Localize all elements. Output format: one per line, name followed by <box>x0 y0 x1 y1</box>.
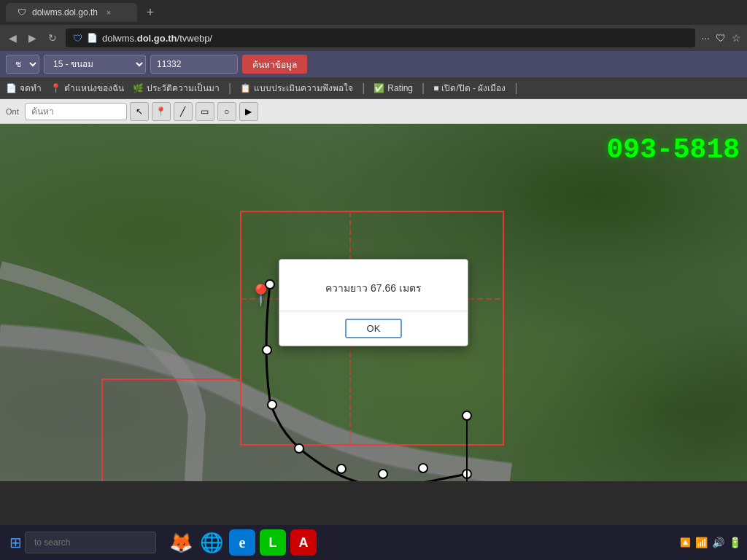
bookmark-label-5: Rating <box>387 83 413 93</box>
pin-tool[interactable]: 📍 <box>152 102 171 121</box>
pin-icon: 📍 <box>155 106 166 117</box>
volume-icon: 🔊 <box>712 537 724 548</box>
address-bar[interactable]: 🛡 📄 dolwms.dol.go.th/tvwebp/ <box>66 28 695 47</box>
start-button[interactable]: ⊞ <box>6 529 25 556</box>
parcel-input[interactable] <box>150 55 238 74</box>
province-select[interactable]: ช <box>6 55 39 74</box>
chrome-logo: 🌐 <box>200 532 223 554</box>
browser-chrome: 🛡 dolwms.dol.go.th × + ◀ ▶ ↻ 🛡 📄 dolwms.… <box>0 0 747 124</box>
circle-icon: ○ <box>224 106 229 117</box>
refresh-button[interactable]: ↻ <box>45 31 60 45</box>
wifi-icon: 📶 <box>695 537 708 548</box>
shield-icon: 🛡 <box>73 33 82 44</box>
bookmark-item-4[interactable]: 📋 แบบประเมินความพึงพอใจ <box>240 81 353 95</box>
bookmark-icon-3: 🌿 <box>133 83 144 93</box>
tab-favicon: 🛡 <box>18 7 26 18</box>
dialog-footer: OK <box>279 311 468 346</box>
rectangle-icon: ▭ <box>201 106 209 117</box>
back-button[interactable]: ◀ <box>6 31 20 45</box>
new-tab-button[interactable]: + <box>140 2 160 23</box>
more-icon: ▶ <box>245 106 252 117</box>
bookmark-label-1: จดทำ <box>20 81 42 95</box>
taskbar-pinned-icons: 🦊 🌐 e L A <box>168 529 317 556</box>
active-tab[interactable]: 🛡 dolwms.dol.go.th × <box>6 3 137 22</box>
address-text: dolwms.dol.go.th/tvwebp/ <box>102 33 212 44</box>
taskbar-right: 🔼 📶 🔊 🔋 <box>680 537 741 548</box>
dialog-content: ความยาว 67.66 เมตร <box>279 260 468 311</box>
line-logo: L <box>269 535 277 551</box>
forward-button[interactable]: ▶ <box>26 31 39 45</box>
star-icon[interactable]: ☆ <box>732 32 741 44</box>
favorites-icon[interactable]: 🛡 <box>716 32 726 44</box>
bookmark-icon-4: 📋 <box>240 83 251 93</box>
edge-logo: e <box>239 534 246 551</box>
taskbar-firefox-icon[interactable]: 🦊 <box>168 529 194 556</box>
taskbar-line-icon[interactable]: L <box>260 529 286 556</box>
line-icon: ╱ <box>180 106 185 117</box>
bookmark-label-3: ประวัติความเป็นมา <box>147 81 220 95</box>
map-search-input[interactable] <box>25 103 127 120</box>
favicon-icon: 📄 <box>87 33 98 43</box>
more-tool[interactable]: ▶ <box>239 102 258 121</box>
bookmark-label-2: ตำแหน่งของฉัน <box>64 81 124 95</box>
tab-close-button[interactable]: × <box>104 7 114 18</box>
tab-title: dolwms.dol.go.th <box>32 7 98 18</box>
circle-tool[interactable]: ○ <box>217 102 236 121</box>
bookmark-item-6[interactable]: ■ เปิด/ปิด - ผังเมือง <box>433 81 506 95</box>
map-area[interactable]: 093-5818 📍 ความยาว 67.66 เมตร OK <box>0 124 747 481</box>
district-select[interactable]: 15 - ขนอม <box>44 55 146 74</box>
taskbar-chrome-icon[interactable]: 🌐 <box>198 529 225 556</box>
chevron-up-icon[interactable]: 🔼 <box>680 537 691 548</box>
bookmarks-bar: 📄 จดทำ 📍 ตำแหน่งของฉัน 🌿 ประวัติความเป็น… <box>0 77 747 99</box>
more-options-icon[interactable]: ··· <box>701 32 710 44</box>
bookmark-item-5[interactable]: ✅ Rating <box>374 83 413 93</box>
bookmark-icon-6: ■ <box>433 83 438 93</box>
battery-icon: 🔋 <box>729 537 741 548</box>
bookmark-label-4: แบบประเมินความพึงพอใจ <box>254 81 353 95</box>
bookmark-item-3[interactable]: 🌿 ประวัติความเป็นมา <box>133 81 220 95</box>
bookmark-icon-5: ✅ <box>374 83 384 93</box>
bookmark-icon-1: 📄 <box>6 83 17 93</box>
adobe-logo: A <box>299 535 309 551</box>
app-toolbar: ช 15 - ขนอม ค้นหาข้อมูล <box>0 51 747 77</box>
bookmark-icon-2: 📍 <box>50 83 61 93</box>
search-button[interactable]: ค้นหาข้อมูล <box>242 55 307 74</box>
browser-menu-icons: ··· 🛡 ☆ <box>701 32 741 44</box>
system-tray: 🔼 📶 🔊 🔋 <box>680 537 741 548</box>
map-label-ont: Ont <box>6 107 19 116</box>
pointer-icon: ↖ <box>136 106 143 117</box>
pointer-tool[interactable]: ↖ <box>130 102 149 121</box>
bookmark-label-6: เปิด/ปิด - ผังเมือง <box>441 81 506 95</box>
taskbar: ⊞ 🦊 🌐 e L A 🔼 📶 🔊 🔋 <box>0 525 747 560</box>
tab-bar: 🛡 dolwms.dol.go.th × + <box>0 0 747 25</box>
measurement-dialog: ความยาว 67.66 เมตร OK <box>279 259 468 346</box>
map-toolbar: Ont ↖ 📍 ╱ ▭ ○ ▶ <box>0 99 747 124</box>
dialog-overlay: ความยาว 67.66 เมตร OK <box>0 124 747 481</box>
line-tool[interactable]: ╱ <box>174 102 193 121</box>
bookmark-item-1[interactable]: 📄 จดทำ <box>6 81 42 95</box>
taskbar-search-input[interactable] <box>25 532 156 553</box>
taskbar-adobe-icon[interactable]: A <box>290 529 317 556</box>
address-bar-row: ◀ ▶ ↻ 🛡 📄 dolwms.dol.go.th/tvwebp/ ··· 🛡… <box>0 25 747 51</box>
bookmark-item-2[interactable]: 📍 ตำแหน่งของฉัน <box>50 81 124 95</box>
rectangle-tool[interactable]: ▭ <box>196 102 214 121</box>
taskbar-edge-icon[interactable]: e <box>229 529 255 556</box>
firefox-logo: 🦊 <box>169 532 193 554</box>
dialog-message: ความยาว 67.66 เมตร <box>325 282 422 294</box>
dialog-ok-button[interactable]: OK <box>345 319 403 338</box>
